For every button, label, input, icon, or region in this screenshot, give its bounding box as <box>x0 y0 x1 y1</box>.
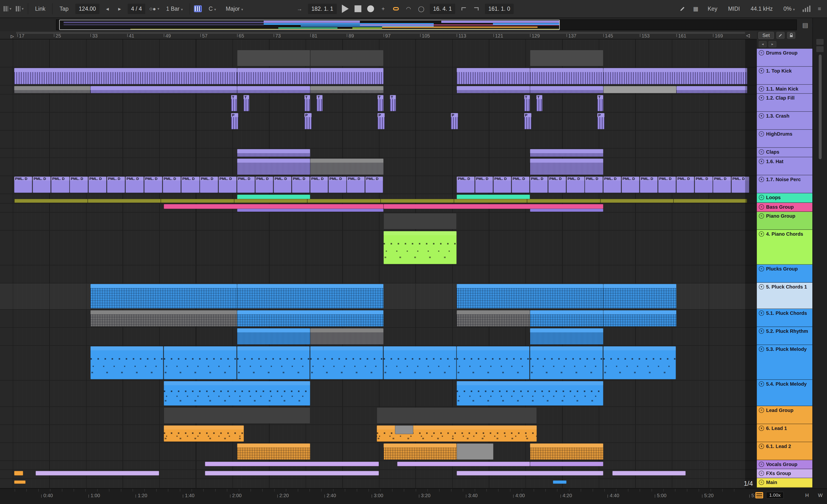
group-fold-icon[interactable]: ≡ <box>759 471 764 476</box>
clip[interactable] <box>237 443 310 460</box>
clip[interactable]: PML. D <box>640 176 658 193</box>
track-header-lead-group[interactable]: ≡Lead Group <box>757 406 812 424</box>
clip[interactable] <box>384 204 603 209</box>
clip[interactable]: PML. D <box>163 176 181 193</box>
clip[interactable] <box>205 462 379 466</box>
track-header-5-3-pluck-melody[interactable]: ▾5.3. Pluck Melody <box>757 345 812 380</box>
group-fold-icon[interactable]: ≡ <box>759 204 764 210</box>
clip[interactable]: PML. D <box>493 176 511 193</box>
device-view-toggle-icon[interactable]: ▾ <box>15 4 24 13</box>
track-header-vocals-group[interactable]: ≡Vocals Group <box>757 460 812 469</box>
track-fold-icon[interactable]: ▾ <box>759 311 764 316</box>
clip[interactable] <box>90 346 163 379</box>
clip[interactable] <box>310 328 384 344</box>
clip[interactable] <box>14 471 23 475</box>
track-header-highdrums[interactable]: ≡HighDrums <box>757 130 812 148</box>
clip[interactable] <box>456 471 603 475</box>
clip[interactable] <box>90 284 237 309</box>
clip[interactable]: P <box>524 113 531 129</box>
track-header-1-1-main-kick[interactable]: ▾1.1. Main Kick <box>757 85 812 94</box>
track-header-plucks-group[interactable]: ≡Plucks Group <box>757 265 812 283</box>
clip[interactable] <box>237 68 310 84</box>
clip[interactable] <box>553 481 567 484</box>
clip[interactable] <box>456 310 530 327</box>
clip[interactable] <box>164 425 244 442</box>
clip[interactable] <box>237 310 384 327</box>
track-lane-lead-group[interactable] <box>0 407 757 425</box>
punch-in-icon[interactable] <box>459 4 468 13</box>
clip[interactable] <box>310 86 384 93</box>
track-lane-1-6-hat[interactable] <box>0 158 757 176</box>
clip[interactable] <box>237 209 384 212</box>
track-header-4-piano-chords[interactable]: ▾4. Piano Chords <box>757 230 812 265</box>
group-fold-icon[interactable]: ≡ <box>759 462 764 467</box>
vertical-scrollbar[interactable] <box>819 55 822 159</box>
clip[interactable] <box>530 462 603 466</box>
clip[interactable] <box>164 407 310 424</box>
track-lane-5-3-pluck-melody[interactable] <box>0 346 757 381</box>
clip[interactable] <box>384 346 456 379</box>
nav-left-icon[interactable]: ◂ <box>759 41 767 47</box>
clip[interactable]: PML. D <box>329 176 346 193</box>
lock-icon[interactable] <box>787 32 795 39</box>
clip[interactable] <box>456 68 530 84</box>
clip[interactable] <box>530 443 603 460</box>
clip[interactable] <box>237 159 310 175</box>
scale-root-menu[interactable]: C▾ <box>206 4 219 14</box>
track-header-bass-group[interactable]: ≡Bass Group <box>757 203 812 212</box>
clip[interactable] <box>237 284 384 309</box>
clip[interactable]: PML. D <box>237 176 255 193</box>
clip[interactable] <box>530 68 603 84</box>
draw-automation-icon[interactable] <box>776 32 785 39</box>
track-fold-icon[interactable]: ▾ <box>759 444 764 449</box>
tap-tempo-button[interactable]: Tap <box>56 4 71 14</box>
draw-mode-icon[interactable] <box>678 4 687 13</box>
clip[interactable]: PML. D <box>292 176 310 193</box>
track-header-5-plu-ck-chords-1[interactable]: ▾5. Plu­ck Chords 1 <box>757 283 812 309</box>
track-header-1-6-hat[interactable]: ▾1.6. Hat <box>757 157 812 175</box>
clip[interactable]: PML. D <box>530 176 548 193</box>
clip[interactable]: PML. D <box>365 176 383 193</box>
clip[interactable]: PML. D <box>622 176 639 193</box>
clip[interactable] <box>603 68 747 84</box>
track-lane-plucks-group[interactable] <box>0 265 757 283</box>
clip[interactable]: T <box>524 95 530 111</box>
clip[interactable] <box>603 310 677 327</box>
clip[interactable] <box>164 346 237 379</box>
clip[interactable]: PML. D <box>144 176 162 193</box>
clip[interactable]: T <box>378 95 383 111</box>
clip[interactable]: P <box>304 113 312 129</box>
clip[interactable] <box>456 284 603 309</box>
track-lane-bass-group[interactable] <box>0 204 757 213</box>
track-lane-loops[interactable] <box>0 194 757 204</box>
clip[interactable]: PML. D <box>695 176 713 193</box>
clip[interactable]: P <box>451 113 458 129</box>
track-lane-main[interactable] <box>0 479 757 489</box>
arrangement-position-field[interactable]: 182. 1. 1 <box>308 4 337 14</box>
stop-button[interactable] <box>354 4 362 13</box>
track-fold-icon[interactable]: ▾ <box>759 86 764 92</box>
capture-midi-icon[interactable]: ◯ <box>417 4 426 13</box>
track-header-1-7-noise-perc[interactable]: ▾1.7. Noise Perc <box>757 175 812 193</box>
metronome-icon[interactable]: ○●▾ <box>149 4 159 13</box>
clip[interactable] <box>530 346 603 379</box>
track-header-claps[interactable]: ≡Claps <box>757 148 812 157</box>
clip[interactable] <box>14 199 747 203</box>
track-lane-1-1-main-kick[interactable] <box>0 86 757 95</box>
track-fold-icon[interactable]: ▾ <box>759 346 764 352</box>
clip[interactable] <box>310 346 383 379</box>
clip[interactable]: PML. D <box>585 176 602 193</box>
clip[interactable]: PML. D <box>255 176 273 193</box>
group-fold-icon[interactable]: ≡ <box>759 131 764 136</box>
clip[interactable]: PML. D <box>567 176 584 193</box>
nudge-down-icon[interactable]: ◂ <box>103 4 112 13</box>
new-midi-icon[interactable]: + <box>379 4 387 13</box>
clip[interactable] <box>237 86 310 93</box>
clip[interactable]: PML. D <box>475 176 493 193</box>
track-fold-icon[interactable]: ▾ <box>759 231 764 237</box>
nav-right-icon[interactable]: ▸ <box>769 41 776 47</box>
clip[interactable]: T <box>304 95 310 111</box>
clip[interactable] <box>456 86 530 93</box>
clip[interactable] <box>205 471 379 475</box>
clip[interactable] <box>14 481 26 484</box>
